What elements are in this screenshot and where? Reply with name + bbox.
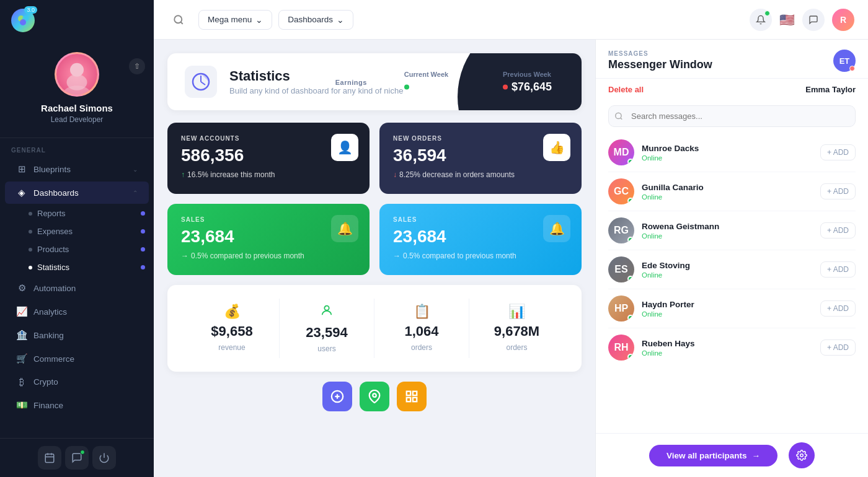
contact-name-haydn: Haydn Porter [642, 300, 813, 309]
location-action-button[interactable] [360, 382, 389, 411]
add-haydn-button[interactable]: + ADD [820, 300, 856, 317]
notifications-button[interactable] [750, 9, 772, 31]
contact-list: MD Munroe Dacks Online + ADD GC [596, 133, 868, 433]
delete-all-button[interactable]: Delete all [608, 85, 644, 94]
settings-float-button[interactable] [789, 442, 815, 468]
analytics-label: Analytics [33, 307, 67, 317]
profile-chevron[interactable]: ⇧ [129, 58, 145, 74]
products-bullet [29, 248, 32, 252]
contact-munroe[interactable]: MD Munroe Dacks Online + ADD [608, 133, 856, 172]
power-button[interactable] [92, 446, 116, 470]
messenger-panel: MESSAGES Messenger Window ET Delete all … [596, 40, 868, 477]
mega-menu-button[interactable]: Mega menu ⌄ [198, 10, 272, 30]
earnings-section: Earnings Current Week $34,543 Previous W… [335, 71, 564, 94]
finance-icon: 💵 [16, 400, 27, 411]
crypto-label: Crypto [33, 377, 58, 387]
sidebar-item-analytics[interactable]: 📈 Analytics [5, 300, 149, 323]
automation-icon: ⚙ [16, 282, 27, 294]
orders-icon: 📋 [414, 304, 430, 320]
add-ede-button[interactable]: + ADD [820, 261, 856, 278]
online-dot-rueben [627, 354, 634, 360]
user-avatar[interactable]: R [832, 9, 854, 31]
online-dot-haydn [627, 315, 634, 321]
sidebar-item-dashboards[interactable]: ◈ Dashboards ⌃ [5, 182, 149, 204]
finance-label: Finance [33, 401, 63, 410]
sidebar-item-commerce[interactable]: 🛒 Commerce [5, 348, 149, 370]
contact-avatar-haydn: HP [608, 295, 634, 322]
sidebar-item-expenses[interactable]: Expenses [29, 222, 154, 240]
messages-button[interactable] [802, 9, 825, 31]
products-dot [141, 247, 145, 252]
add-rueben-button[interactable]: + ADD [820, 339, 856, 356]
new-accounts-icon: 👤 [331, 134, 358, 161]
version-badge: 3.0 [24, 6, 37, 14]
users-label: users [317, 344, 335, 353]
contact-info-haydn: Haydn Porter Online [642, 300, 813, 318]
app-logo: 3.0 [11, 9, 35, 32]
sales-sky-sub: → 0.5% compared to previous month [393, 252, 568, 260]
sidebar-item-products[interactable]: Products [29, 240, 154, 258]
revenue-label: revenue [218, 343, 245, 352]
sidebar-item-finance[interactable]: 💵 Finance [5, 394, 149, 416]
messenger-user-avatar[interactable]: ET [833, 50, 856, 72]
table-action-button[interactable] [397, 382, 427, 411]
sidebar-item-crypto[interactable]: ₿ Crypto [5, 371, 149, 393]
add-munroe-button[interactable]: + ADD [820, 144, 856, 160]
sales-green-label: SALES [181, 216, 356, 223]
sidebar-item-reports[interactable]: Reports [29, 204, 154, 222]
view-all-button[interactable]: View all participants → [649, 445, 777, 466]
sidebar-item-statistics[interactable]: Statistics [29, 258, 154, 276]
contact-status-rueben: Online [642, 349, 813, 357]
search-icon-msg [614, 112, 623, 122]
contact-info-ede: Ede Stoving Online [642, 261, 813, 279]
messenger-user-initials: ET [839, 56, 850, 66]
current-week-dot [404, 84, 409, 89]
new-accounts-label: NEW ACCOUNTS [181, 135, 356, 142]
messenger-section-label: MESSAGES [608, 50, 712, 57]
contact-gunilla[interactable]: GC Gunilla Canario Online + ADD [608, 172, 856, 211]
add-gunilla-button[interactable]: + ADD [820, 183, 856, 199]
reports-bullet [29, 212, 32, 216]
contact-status-munroe: Online [642, 154, 813, 162]
contact-name-rueben: Rueben Hays [642, 339, 813, 348]
messenger-header-text: MESSAGES Messenger Window [608, 50, 712, 71]
header: Mega menu ⌄ Dashboards ⌄ 🇺🇸 R [154, 0, 868, 40]
users-icon [320, 304, 334, 321]
svg-rect-23 [413, 392, 417, 395]
previous-week-dot [503, 84, 508, 89]
calendar-button[interactable] [38, 446, 61, 470]
orders-value: 1,064 [404, 323, 438, 339]
header-menus: Mega menu ⌄ Dashboards ⌄ [198, 10, 353, 30]
stats-grid: NEW ACCOUNTS 586,356 ↑ 16.5% increase th… [167, 123, 582, 275]
contact-name-gunilla: Gunilla Canario [642, 183, 813, 192]
content-area: Statistics Build any kind of dashboard f… [154, 40, 868, 477]
emma-name: Emma Taylor [805, 85, 856, 94]
search-button[interactable] [167, 9, 190, 31]
messenger-search [596, 100, 868, 133]
online-dot-munroe [627, 159, 634, 165]
sidebar-item-banking[interactable]: 🏦 Banking [5, 324, 149, 346]
mega-menu-chevron: ⌄ [255, 15, 263, 25]
language-flag[interactable]: 🇺🇸 [779, 12, 795, 27]
contact-ede[interactable]: ES Ede Stoving Online + ADD [608, 250, 856, 289]
dashboards-menu-button[interactable]: Dashboards ⌄ [278, 10, 353, 30]
profile-avatar [55, 52, 99, 97]
contact-rueben[interactable]: RH Rueben Hays Online + ADD [608, 328, 856, 367]
stat-card-sales-green: SALES 23,684 → 0.5% compared to previous… [167, 204, 370, 275]
contact-info-gunilla: Gunilla Canario Online [642, 183, 813, 201]
sidebar-item-blueprints[interactable]: ⊞ Blueprints ⌄ [5, 158, 149, 180]
add-action-button[interactable] [322, 382, 352, 411]
contact-avatar-rowena: RG [608, 217, 634, 243]
svg-line-27 [621, 118, 622, 120]
add-rowena-button[interactable]: + ADD [820, 222, 856, 239]
sales-green-icon: 🔔 [331, 215, 358, 242]
contact-rowena[interactable]: RG Rowena Geistmann Online + ADD [608, 211, 856, 250]
header-right: 🇺🇸 R [750, 9, 854, 31]
chat-button[interactable] [65, 446, 89, 470]
expenses-label: Expenses [37, 227, 73, 236]
svg-point-17 [324, 306, 329, 310]
message-search-input[interactable] [608, 105, 856, 127]
sidebar-item-automation[interactable]: ⚙ Automation [5, 277, 149, 299]
contact-haydn[interactable]: HP Haydn Porter Online + ADD [608, 289, 856, 328]
earnings-label: Earnings [335, 78, 367, 85]
